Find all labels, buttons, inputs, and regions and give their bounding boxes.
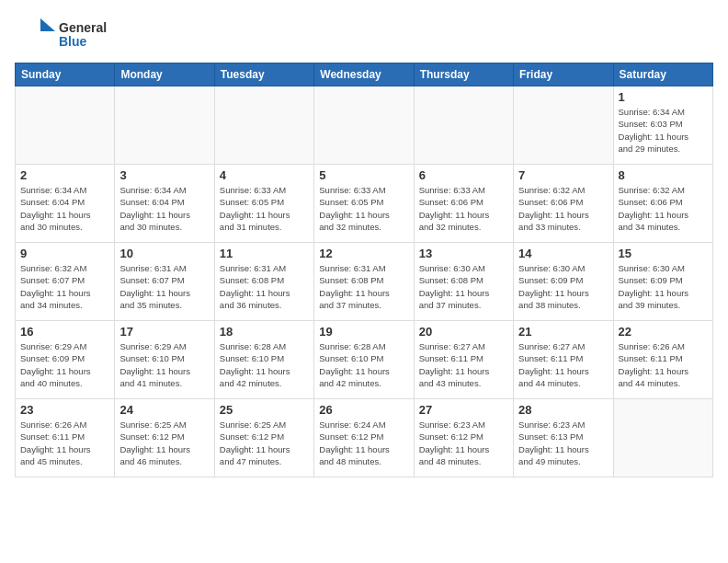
day-info: Sunrise: 6:28 AMSunset: 6:10 PMDaylight:…	[220, 340, 309, 389]
day-info: Sunrise: 6:32 AMSunset: 6:07 PMDaylight:…	[20, 262, 109, 311]
day-number: 23	[20, 403, 109, 417]
day-number: 9	[20, 247, 109, 260]
weekday-tuesday: Tuesday	[214, 63, 313, 86]
day-number: 3	[119, 168, 209, 182]
calendar-week-3: 9Sunrise: 6:32 AMSunset: 6:07 PMDaylight…	[16, 243, 713, 321]
day-info: Sunrise: 6:34 AMSunset: 6:04 PMDaylight:…	[119, 184, 209, 233]
empty-day	[16, 86, 115, 165]
logo-blue: Blue	[59, 35, 107, 49]
day-info: Sunrise: 6:31 AMSunset: 6:08 PMDaylight:…	[319, 262, 408, 311]
calendar-day-9: 9Sunrise: 6:32 AMSunset: 6:07 PMDaylight…	[16, 243, 115, 321]
day-info: Sunrise: 6:29 AMSunset: 6:09 PMDaylight:…	[20, 340, 109, 389]
weekday-wednesday: Wednesday	[314, 63, 414, 86]
day-number: 8	[619, 168, 708, 182]
calendar-day-26: 26Sunrise: 6:24 AMSunset: 6:12 PMDayligh…	[314, 399, 414, 477]
calendar-day-25: 25Sunrise: 6:25 AMSunset: 6:12 PMDayligh…	[214, 399, 313, 477]
calendar-day-20: 20Sunrise: 6:27 AMSunset: 6:11 PMDayligh…	[414, 321, 513, 399]
day-number: 16	[20, 325, 109, 339]
day-info: Sunrise: 6:26 AMSunset: 6:11 PMDaylight:…	[619, 340, 708, 389]
day-number: 17	[119, 325, 209, 339]
day-number: 10	[119, 247, 209, 260]
day-number: 19	[319, 325, 408, 339]
day-number: 24	[119, 403, 209, 417]
day-info: Sunrise: 6:30 AMSunset: 6:09 PMDaylight:…	[619, 262, 708, 311]
weekday-thursday: Thursday	[414, 63, 513, 86]
weekday-header-row: SundayMondayTuesdayWednesdayThursdayFrid…	[16, 63, 713, 86]
calendar-day-15: 15Sunrise: 6:30 AMSunset: 6:09 PMDayligh…	[613, 243, 712, 321]
day-info: Sunrise: 6:23 AMSunset: 6:13 PMDaylight:…	[518, 419, 608, 467]
day-info: Sunrise: 6:32 AMSunset: 6:06 PMDaylight:…	[619, 184, 708, 233]
logo: GeneralBlue	[15, 15, 107, 55]
calendar-week-2: 2Sunrise: 6:34 AMSunset: 6:04 PMDaylight…	[16, 165, 713, 243]
page-header: GeneralBlue	[15, 15, 713, 55]
calendar-day-23: 23Sunrise: 6:26 AMSunset: 6:11 PMDayligh…	[16, 399, 115, 477]
day-info: Sunrise: 6:30 AMSunset: 6:08 PMDaylight:…	[419, 262, 508, 311]
day-info: Sunrise: 6:27 AMSunset: 6:11 PMDaylight:…	[419, 340, 508, 389]
calendar-day-10: 10Sunrise: 6:31 AMSunset: 6:07 PMDayligh…	[115, 243, 214, 321]
day-info: Sunrise: 6:33 AMSunset: 6:05 PMDaylight:…	[220, 184, 309, 233]
day-number: 27	[419, 403, 508, 417]
day-number: 13	[419, 247, 508, 260]
day-number: 2	[20, 168, 109, 182]
empty-day	[414, 86, 513, 165]
calendar-day-6: 6Sunrise: 6:33 AMSunset: 6:06 PMDaylight…	[414, 165, 513, 243]
day-number: 18	[220, 325, 309, 339]
day-number: 21	[518, 325, 608, 339]
day-number: 20	[419, 325, 508, 339]
calendar-day-17: 17Sunrise: 6:29 AMSunset: 6:10 PMDayligh…	[115, 321, 214, 399]
day-number: 25	[220, 403, 309, 417]
weekday-saturday: Saturday	[613, 63, 712, 86]
calendar-day-28: 28Sunrise: 6:23 AMSunset: 6:13 PMDayligh…	[514, 399, 613, 477]
weekday-friday: Friday	[514, 63, 613, 86]
day-info: Sunrise: 6:30 AMSunset: 6:09 PMDaylight:…	[518, 262, 608, 311]
calendar-day-14: 14Sunrise: 6:30 AMSunset: 6:09 PMDayligh…	[514, 243, 613, 321]
day-info: Sunrise: 6:25 AMSunset: 6:12 PMDaylight:…	[119, 419, 209, 467]
logo-general: General	[59, 21, 107, 35]
calendar-week-5: 23Sunrise: 6:26 AMSunset: 6:11 PMDayligh…	[16, 399, 713, 477]
calendar-day-27: 27Sunrise: 6:23 AMSunset: 6:12 PMDayligh…	[414, 399, 513, 477]
calendar-day-2: 2Sunrise: 6:34 AMSunset: 6:04 PMDaylight…	[16, 165, 115, 243]
calendar-day-24: 24Sunrise: 6:25 AMSunset: 6:12 PMDayligh…	[115, 399, 214, 477]
calendar-day-3: 3Sunrise: 6:34 AMSunset: 6:04 PMDaylight…	[115, 165, 214, 243]
day-info: Sunrise: 6:32 AMSunset: 6:06 PMDaylight:…	[518, 184, 608, 233]
day-number: 15	[619, 247, 708, 260]
calendar-week-1: 1Sunrise: 6:34 AMSunset: 6:03 PMDaylight…	[16, 86, 713, 165]
calendar-day-4: 4Sunrise: 6:33 AMSunset: 6:05 PMDaylight…	[214, 165, 313, 243]
svg-marker-0	[40, 18, 55, 31]
calendar-day-16: 16Sunrise: 6:29 AMSunset: 6:09 PMDayligh…	[16, 321, 115, 399]
day-info: Sunrise: 6:34 AMSunset: 6:03 PMDaylight:…	[619, 106, 708, 155]
day-number: 11	[220, 247, 309, 260]
calendar-day-8: 8Sunrise: 6:32 AMSunset: 6:06 PMDaylight…	[613, 165, 712, 243]
day-info: Sunrise: 6:33 AMSunset: 6:06 PMDaylight:…	[419, 184, 508, 233]
day-info: Sunrise: 6:31 AMSunset: 6:08 PMDaylight:…	[220, 262, 309, 311]
calendar-day-12: 12Sunrise: 6:31 AMSunset: 6:08 PMDayligh…	[314, 243, 414, 321]
calendar-day-7: 7Sunrise: 6:32 AMSunset: 6:06 PMDaylight…	[514, 165, 613, 243]
calendar-week-4: 16Sunrise: 6:29 AMSunset: 6:09 PMDayligh…	[16, 321, 713, 399]
day-number: 28	[518, 403, 608, 417]
day-number: 1	[619, 90, 708, 104]
empty-day	[214, 86, 313, 165]
logo-text: GeneralBlue	[59, 21, 107, 50]
day-info: Sunrise: 6:33 AMSunset: 6:05 PMDaylight:…	[319, 184, 408, 233]
day-info: Sunrise: 6:26 AMSunset: 6:11 PMDaylight:…	[20, 419, 109, 467]
day-info: Sunrise: 6:23 AMSunset: 6:12 PMDaylight:…	[419, 419, 508, 467]
weekday-monday: Monday	[115, 63, 214, 86]
calendar-day-22: 22Sunrise: 6:26 AMSunset: 6:11 PMDayligh…	[613, 321, 712, 399]
empty-day	[314, 86, 414, 165]
calendar-table: SundayMondayTuesdayWednesdayThursdayFrid…	[15, 63, 713, 477]
calendar-day-21: 21Sunrise: 6:27 AMSunset: 6:11 PMDayligh…	[514, 321, 613, 399]
day-info: Sunrise: 6:24 AMSunset: 6:12 PMDaylight:…	[319, 419, 408, 467]
day-number: 22	[619, 325, 708, 339]
calendar-day-5: 5Sunrise: 6:33 AMSunset: 6:05 PMDaylight…	[314, 165, 414, 243]
calendar-day-18: 18Sunrise: 6:28 AMSunset: 6:10 PMDayligh…	[214, 321, 313, 399]
day-number: 5	[319, 168, 408, 182]
weekday-sunday: Sunday	[16, 63, 115, 86]
day-info: Sunrise: 6:27 AMSunset: 6:11 PMDaylight:…	[518, 340, 608, 389]
empty-day	[115, 86, 214, 165]
day-info: Sunrise: 6:34 AMSunset: 6:04 PMDaylight:…	[20, 184, 109, 233]
day-number: 7	[518, 168, 608, 182]
day-info: Sunrise: 6:25 AMSunset: 6:12 PMDaylight:…	[220, 419, 309, 467]
day-number: 12	[319, 247, 408, 260]
calendar-day-19: 19Sunrise: 6:28 AMSunset: 6:10 PMDayligh…	[314, 321, 414, 399]
day-number: 26	[319, 403, 408, 417]
